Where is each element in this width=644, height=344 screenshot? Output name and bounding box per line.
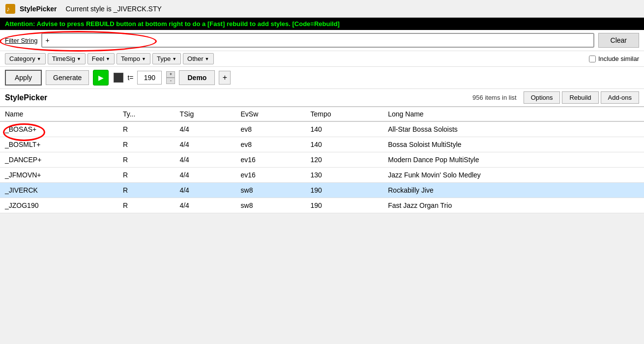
filter-string-input[interactable]: [41, 33, 594, 48]
options-button[interactable]: Options: [524, 91, 560, 104]
title-bar: ♪ StylePicker Current style is _JIVERCK.…: [0, 0, 644, 18]
filter-label: Filter String: [5, 37, 37, 44]
cell-type: R: [118, 183, 175, 198]
attention-banner: Attention: Advise to press REBUILD butto…: [0, 18, 644, 30]
feel-dropdown[interactable]: Feel ▼: [88, 53, 115, 64]
cell-tsig: 4/4: [175, 198, 235, 213]
cell-longname: Jazz Funk Movin' Solo Medley: [383, 168, 644, 183]
table-row[interactable]: _JIVERCKR4/4sw8190Rockabilly Jive: [0, 183, 644, 198]
table-header-row: Name Ty... TSig EvSw Tempo Long Name: [0, 107, 644, 121]
col-longname: Long Name: [383, 107, 644, 121]
timesig-label: TimeSig: [52, 55, 75, 62]
include-similar-section: Include similar: [589, 55, 639, 62]
cell-tsig: 4/4: [175, 152, 235, 168]
cell-evsw: sw8: [236, 198, 306, 213]
other-dropdown[interactable]: Other ▼: [183, 53, 213, 64]
category-dropdown[interactable]: Category ▼: [5, 53, 46, 64]
table-row[interactable]: _JZOG190R4/4sw8190Fast Jazz Organ Trio: [0, 198, 644, 213]
cell-type: R: [118, 198, 175, 213]
cell-type: R: [118, 152, 175, 168]
col-tempo: Tempo: [305, 107, 383, 121]
tempo-decrement-button[interactable]: -: [166, 78, 175, 84]
generate-button[interactable]: Generate: [46, 70, 89, 85]
include-similar-checkbox[interactable]: [589, 56, 596, 62]
cell-tsig: 4/4: [175, 137, 235, 152]
feel-label: Feel: [92, 55, 104, 62]
table-row[interactable]: _DANCEP+R4/4ev16120Modern Dance Pop Mult…: [0, 152, 644, 168]
cell-tempo: 190: [305, 198, 383, 213]
demo-button[interactable]: Demo: [179, 70, 215, 85]
main-container: Attention: Advise to press REBUILD butto…: [0, 18, 644, 213]
cell-name: _JFMOVN+: [0, 168, 118, 183]
cell-type: R: [118, 137, 175, 152]
table-row[interactable]: _BOSMLT+R4/4ev8140Bossa Soloist MultiSty…: [0, 137, 644, 152]
items-count: 956 items in list: [472, 94, 517, 101]
demo-plus-button[interactable]: +: [219, 71, 231, 85]
cell-longname: All-Star Bossa Soloists: [383, 121, 644, 137]
cell-name: _BOSAS+: [0, 121, 118, 137]
filter-input-wrapper: [41, 33, 594, 48]
cell-evsw: ev16: [236, 152, 306, 168]
cell-evsw: ev16: [236, 168, 306, 183]
clear-button[interactable]: Clear: [598, 33, 639, 48]
cell-tsig: 4/4: [175, 121, 235, 137]
attention-text: Attention: Advise to press REBUILD butto…: [5, 20, 340, 28]
cell-tsig: 4/4: [175, 183, 235, 198]
other-label: Other: [187, 55, 204, 62]
cell-longname: Bossa Soloist MultiStyle: [383, 137, 644, 152]
include-similar-label: Include similar: [598, 55, 639, 62]
tempo-dropdown[interactable]: Tempo ▼: [117, 53, 150, 64]
cell-evsw: ev8: [236, 137, 306, 152]
stylepicker-header: StylePicker 956 items in list Options Re…: [0, 89, 644, 107]
cell-tempo: 130: [305, 168, 383, 183]
other-arrow: ▼: [205, 57, 209, 61]
type-dropdown[interactable]: Type ▼: [152, 53, 181, 64]
feel-arrow: ▼: [106, 57, 110, 61]
cell-tempo: 120: [305, 152, 383, 168]
tempo-input[interactable]: [137, 71, 162, 85]
category-label: Category: [9, 55, 35, 62]
tempo-increment-button[interactable]: +: [166, 71, 175, 78]
app-title: StylePicker: [20, 5, 57, 13]
tempo-spinners: + -: [166, 71, 175, 84]
col-tsig: TSig: [175, 107, 235, 121]
type-arrow: ▼: [172, 57, 176, 61]
table-wrapper[interactable]: Name Ty... TSig EvSw Tempo Long Name _BO…: [0, 107, 644, 213]
category-row: Category ▼ TimeSig ▼ Feel ▼ Tempo ▼ Type…: [0, 51, 644, 67]
cell-longname: Fast Jazz Organ Trio: [383, 198, 644, 213]
play-button[interactable]: ▶: [93, 70, 109, 86]
rebuild-button[interactable]: Rebuild: [562, 91, 598, 104]
stylepicker-title: StylePicker: [5, 93, 47, 102]
cell-name: _DANCEP+: [0, 152, 118, 168]
col-type: Ty...: [118, 107, 175, 121]
cell-type: R: [118, 168, 175, 183]
cell-tempo: 140: [305, 137, 383, 152]
table-row[interactable]: _BOSAS+R4/4ev8140All-Star Bossa Soloists: [0, 121, 644, 137]
cell-tsig: 4/4: [175, 168, 235, 183]
timesig-arrow: ▼: [77, 57, 81, 61]
tempo-label: t=: [127, 74, 133, 82]
tempo-filter-arrow: ▼: [142, 57, 146, 61]
cell-longname: Rockabilly Jive: [383, 183, 644, 198]
table-row[interactable]: _JFMOVN+R4/4ev16130Jazz Funk Movin' Solo…: [0, 168, 644, 183]
addons-button[interactable]: Add-ons: [601, 91, 639, 104]
cell-tempo: 140: [305, 121, 383, 137]
cell-name: _JIVERCK: [0, 183, 118, 198]
apply-button[interactable]: Apply: [5, 70, 42, 86]
type-label: Type: [157, 55, 171, 62]
cell-name: _JZOG190: [0, 198, 118, 213]
bosas-circle-annotation: _BOSAS+: [5, 125, 36, 133]
cell-name: _BOSMLT+: [0, 137, 118, 152]
current-style: Current style is _JIVERCK.STY: [66, 5, 162, 13]
controls-row: Apply Generate ▶ t= + - Demo +: [0, 67, 644, 89]
timesig-dropdown[interactable]: TimeSig ▼: [48, 53, 86, 64]
cell-evsw: sw8: [236, 183, 306, 198]
style-table: Name Ty... TSig EvSw Tempo Long Name _BO…: [0, 107, 644, 213]
cell-evsw: ev8: [236, 121, 306, 137]
app-icon: ♪: [5, 3, 16, 14]
play-icon: ▶: [98, 74, 104, 82]
cell-tempo: 190: [305, 183, 383, 198]
col-name: Name: [0, 107, 118, 121]
stop-button[interactable]: [114, 73, 123, 83]
cell-longname: Modern Dance Pop MultiStyle: [383, 152, 644, 168]
